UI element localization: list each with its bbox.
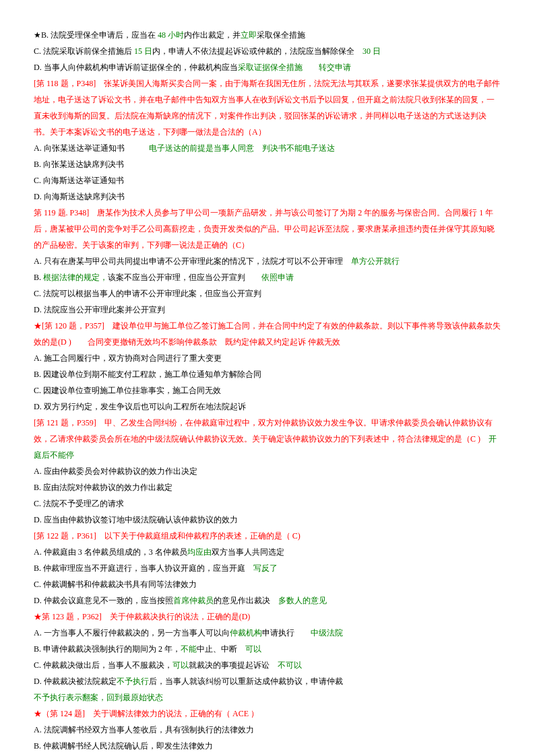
text-line: [第 118 题，P348] 张某诉美国人海斯买卖合同一案，由于海斯在我国无住所… bbox=[34, 75, 501, 140]
text-segment: 单方公开就行 bbox=[351, 256, 400, 266]
text-line: ★（第 124 题] 关于调解法律效力的说法，正确的有（ ACE ） bbox=[34, 706, 501, 722]
document-body: ★B. 法院受理保全申请后，应当在 48 小时内作出裁定，并立即采取保全措施C.… bbox=[34, 27, 501, 756]
text-segment: [第 121 题，P359] 甲、乙发生合同纠纷，在仲裁庭审过程中，双方对仲裁协… bbox=[34, 418, 493, 444]
text-segment: ★（第 124 题] 关于调解法律效力的说法，正确的有（ ACE ） bbox=[34, 709, 259, 718]
text-segment: 内作出裁定，并 bbox=[184, 30, 241, 40]
text-segment: ★B. 法院受理保全申请后，应当在 bbox=[34, 30, 158, 40]
text-segment: A. 一方当事人不履行仲裁裁决的，另一方当事人可以向 bbox=[34, 628, 230, 638]
text-segment: [第 122 题，P361] 以下关于仲裁庭组成和仲裁程序的表述，正确的是（ C… bbox=[34, 531, 301, 541]
text-line: A. 施工合同履行中，双方协商对合同进行了重大变更 bbox=[34, 350, 501, 366]
text-segment: 首席仲裁员 bbox=[173, 596, 214, 605]
text-line: C. 因建设单位查明施工单位挂靠事实，施工合同无效 bbox=[34, 382, 501, 399]
text-line: [第 122 题，P361] 以下关于仲裁庭组成和仲裁程序的表述，正确的是（ C… bbox=[34, 528, 501, 544]
text-segment: 采取证据保全措施 转交申请 bbox=[238, 63, 351, 72]
text-line: B. 申请仲裁裁决强制执行的期间为 2 年，不能中止、中断 可以 bbox=[34, 641, 501, 657]
text-segment: A. 施工合同履行中，双方协商对合同进行了重大变更 bbox=[34, 353, 222, 363]
text-line: D. 仲裁裁决被法院裁定不予执行后，当事人就该纠纷可以重新达成仲裁协议，申请仲裁 bbox=[34, 673, 501, 689]
text-segment: D. 向海斯送达缺席判决书 bbox=[34, 192, 125, 201]
text-segment: B. 应由法院对仲裁协议的效力作出裁定 bbox=[34, 483, 172, 492]
text-segment: C. 法院可以根据当事人的申请不公开审理此案，但应当公开宣判 bbox=[34, 289, 261, 298]
text-segment: C. 法院采取诉前保全措施后 bbox=[34, 46, 134, 56]
text-line: A. 向张某送达举证通知书 电子送达的前提是当事人同意 判决书不能电子送达 bbox=[34, 140, 501, 156]
text-segment: 仲裁机构 bbox=[230, 628, 262, 638]
text-segment: 双方当事人共同选定 bbox=[212, 547, 284, 557]
text-segment: 申请执行 bbox=[262, 628, 311, 638]
text-segment: ★第 123 题，P362] 关于仲裁裁决执行的说法，正确的是(D) bbox=[34, 612, 250, 621]
text-segment: [第 118 题，P348] 张某诉美国人海斯买卖合同一案，由于海斯在我国无住所… bbox=[34, 79, 500, 137]
text-segment: C. 仲裁调解书和仲裁裁决书具有同等法律效力 bbox=[34, 580, 197, 589]
text-line: A. 只有在唐某与甲公司共同提出申请不公开审理此案的情况下，法院才可以不公开审理… bbox=[34, 253, 501, 269]
text-segment: ★[第 120 题，P357] 建设单位甲与施工单位乙签订施工合同，并在合同中约… bbox=[34, 321, 501, 347]
text-segment: 可以 bbox=[172, 660, 189, 670]
text-segment: A. 向张某送达举证通知书 bbox=[34, 143, 149, 153]
text-segment: 依照申请 bbox=[261, 273, 294, 282]
text-segment: C. 仲裁裁决做出后，当事人不服裁决， bbox=[34, 660, 172, 670]
text-line: C. 仲裁调解书和仲裁裁决书具有同等法律效力 bbox=[34, 576, 501, 592]
text-line: D. 当事人向仲裁机构申请诉前证据保全的，仲裁机构应当采取证据保全措施 转交申请 bbox=[34, 59, 501, 75]
text-segment: B. 因建设单位到期不能支付工程款，施工单位通知单方解除合同 bbox=[34, 370, 261, 379]
text-segment: 中止、中断 bbox=[197, 644, 245, 654]
text-segment: 多数人的意见 bbox=[278, 596, 327, 605]
text-line: C. 法院可以根据当事人的申请不公开审理此案，但应当公开宣判 bbox=[34, 285, 501, 302]
text-segment: D. 当事人向仲裁机构申请诉前证据保全的，仲裁机构应当 bbox=[34, 63, 238, 72]
text-segment: 根据法律的规定， bbox=[43, 273, 108, 282]
text-line: D. 仲裁会议庭意见不一致的，应当按照首席仲裁员的意见作出裁决 多数人的意见 bbox=[34, 592, 501, 609]
text-line: A. 一方当事人不履行仲裁裁决的，另一方当事人可以向仲裁机构申请执行 中级法院 bbox=[34, 625, 501, 641]
text-line: C. 法院不予受理乙的请求 bbox=[34, 495, 501, 512]
text-line: D. 法院应当公开审理此案并公开宣判 bbox=[34, 302, 501, 318]
text-segment: 电子送达的前提是当事人同意 判决书不能电子送达 bbox=[149, 143, 335, 153]
text-line: A. 仲裁庭由 3 名仲裁员组成的，3 名仲裁员均应由双方当事人共同选定 bbox=[34, 544, 501, 560]
text-line: C. 向海斯送达举证通知书 bbox=[34, 172, 501, 188]
text-segment: 不能 bbox=[181, 644, 197, 654]
text-segment: D. 法院应当公开审理此案并公开宣判 bbox=[34, 305, 165, 314]
text-segment: 中级法院 bbox=[311, 628, 343, 638]
text-segment: B. 仲裁审理应当不开庭进行，当事人协议开庭的，应当开庭 bbox=[34, 563, 253, 573]
text-segment: 均应由 bbox=[187, 547, 212, 557]
text-segment: 后，当事人就该纠纷可以重新达成仲裁协议，申请仲裁 bbox=[149, 677, 343, 686]
text-line: B. 仲裁审理应当不开庭进行，当事人协议开庭的，应当开庭 写反了 bbox=[34, 560, 501, 576]
text-segment: 唐某作为技术人员参与了甲公司一项新产品研发，并与该公司签订了为期 2 年的服务与… bbox=[34, 208, 495, 250]
text-line: 第 119 题. P348] 唐某作为技术人员参与了甲公司一项新产品研发，并与该… bbox=[34, 205, 501, 253]
text-segment: C. 法院不予受理乙的请求 bbox=[34, 499, 124, 508]
text-segment: B. bbox=[34, 273, 43, 282]
text-line: ★B. 法院受理保全申请后，应当在 48 小时内作出裁定，并立即采取保全措施 bbox=[34, 27, 501, 43]
text-segment: 写反了 bbox=[253, 563, 278, 573]
text-segment: D. 应当由仲裁协议签订地中级法院确认该仲裁协议的效力 bbox=[34, 515, 238, 524]
text-segment: A. 仲裁庭由 3 名仲裁员组成的，3 名仲裁员 bbox=[34, 547, 187, 557]
text-line: B. 仲裁调解书经人民法院确认后，即发生法律效力 bbox=[34, 738, 501, 754]
text-line: 不予执行表示翻案，回到最原始状态 bbox=[34, 689, 501, 706]
text-segment: 该案不应当公开审理，但应当公开宣判 bbox=[108, 273, 261, 282]
text-segment: 不予执行表示翻案，回到最原始状态 bbox=[34, 693, 163, 702]
text-segment: B. 仲裁调解书经人民法院确认后，即发生法律效力 bbox=[34, 741, 213, 751]
text-line: A. 法院调解书经双方当事人签收后，具有强制执行的法律效力 bbox=[34, 722, 501, 738]
text-segment: B. 申请仲裁裁决强制执行的期间为 2 年， bbox=[34, 644, 181, 654]
text-line: D. 双方另行约定，发生争议后也可以向工程所在地法院起诉 bbox=[34, 399, 501, 415]
text-segment: 不予执行 bbox=[117, 677, 149, 686]
text-line: A. 应由仲裁委员会对仲裁协议的效力作出决定 bbox=[34, 463, 501, 479]
text-segment: 30 日 bbox=[363, 46, 381, 56]
text-line: B. 因建设单位到期不能支付工程款，施工单位通知单方解除合同 bbox=[34, 366, 501, 382]
text-segment: D. 仲裁裁决被法院裁定 bbox=[34, 677, 117, 686]
text-segment: D. 双方另行约定，发生争议后也可以向工程所在地法院起诉 bbox=[34, 402, 246, 411]
text-line: D. 应当由仲裁协议签订地中级法院确认该仲裁协议的效力 bbox=[34, 512, 501, 528]
text-line: ★[第 120 题，P357] 建设单位甲与施工单位乙签订施工合同，并在合同中约… bbox=[34, 318, 501, 350]
text-line: B. 应由法院对仲裁协议的效力作出裁定 bbox=[34, 479, 501, 495]
text-segment: A. 应由仲裁委员会对仲裁协议的效力作出决定 bbox=[34, 467, 197, 476]
text-line: [第 121 题，P359] 甲、乙发生合同纠纷，在仲裁庭审过程中，双方对仲裁协… bbox=[34, 415, 501, 463]
text-segment: D. 仲裁会议庭意见不一致的，应当按照 bbox=[34, 596, 173, 605]
text-segment: 第 119 题. P348] bbox=[34, 208, 97, 217]
text-segment: A. 只有在唐某与甲公司共同提出申请不公开审理此案的情况下，法院才可以不公开审理 bbox=[34, 256, 351, 266]
text-segment: 不可以 bbox=[278, 660, 302, 670]
text-line: ★第 123 题，P362] 关于仲裁裁决执行的说法，正确的是(D) bbox=[34, 609, 501, 625]
text-segment: A. 法院调解书经双方当事人签收后，具有强制执行的法律效力 bbox=[34, 725, 254, 734]
text-line: C. 仲裁裁决做出后，当事人不服裁决，可以就裁决的事项提起诉讼 不可以 bbox=[34, 657, 501, 673]
text-segment: 的意见作出裁决 bbox=[214, 596, 278, 605]
text-segment: 立即 bbox=[241, 30, 257, 40]
text-segment: 内，申请人不依法提起诉讼或仲裁的，法院应当解除保全 bbox=[152, 46, 363, 56]
text-segment: 采取保全措施 bbox=[257, 30, 305, 40]
text-segment: 可以 bbox=[245, 644, 261, 654]
text-segment: B. 向张某送达缺席判决书 bbox=[34, 160, 124, 169]
text-line: C. 法院采取诉前保全措施后 15 日内，申请人不依法提起诉讼或仲裁的，法院应当… bbox=[34, 43, 501, 59]
text-line: B. 根据法律的规定，该案不应当公开审理，但应当公开宣判 依照申请 bbox=[34, 269, 501, 285]
text-segment: C. 向海斯送达举证通知书 bbox=[34, 176, 124, 185]
